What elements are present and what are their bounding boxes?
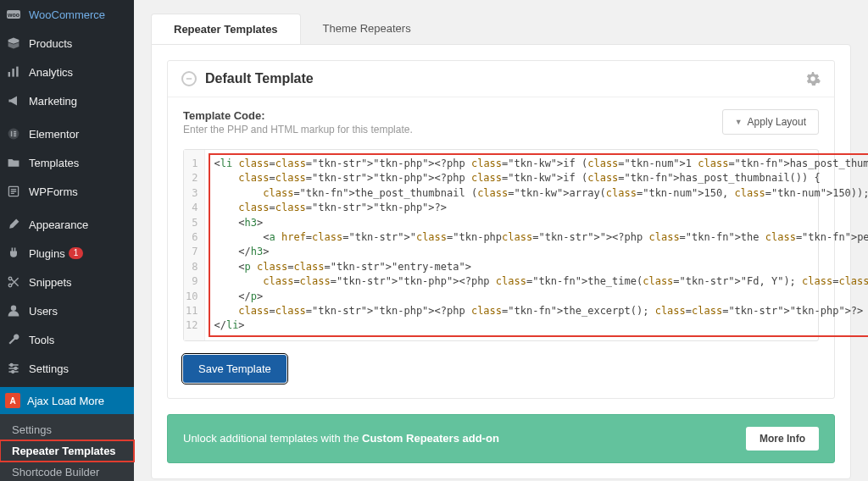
apply-layout-label: Apply Layout <box>748 116 806 128</box>
admin-sidebar: woo WooCommerce Products Analytics Marke… <box>0 0 134 481</box>
submenu-settings[interactable]: Settings <box>0 419 134 440</box>
wpforms-icon <box>5 183 22 200</box>
alm-submenu: Settings Repeater Templates Shortcode Bu… <box>0 414 134 481</box>
box-icon <box>5 35 22 52</box>
svg-rect-2 <box>8 72 10 77</box>
sidebar-item-snippets[interactable]: Snippets <box>0 268 134 296</box>
svg-rect-4 <box>16 67 18 77</box>
sidebar-item-products[interactable]: Products <box>0 29 134 58</box>
sidebar-item-label: Tools <box>29 334 54 346</box>
sidebar-item-settings[interactable]: Settings <box>0 354 134 383</box>
save-template-button[interactable]: Save Template <box>183 355 287 383</box>
highlight-box <box>209 153 868 337</box>
sidebar-item-label: Templates <box>29 157 79 169</box>
svg-point-15 <box>14 368 17 370</box>
svg-point-14 <box>10 364 13 367</box>
plugins-update-badge: 1 <box>69 247 84 259</box>
sidebar-item-tools[interactable]: Tools <box>0 325 134 354</box>
sidebar-item-templates[interactable]: Templates <box>0 148 134 177</box>
alm-icon: A <box>5 393 20 408</box>
elementor-icon <box>5 125 22 142</box>
svg-rect-8 <box>14 133 16 135</box>
sidebar-item-elementor[interactable]: Elementor <box>0 119 134 148</box>
svg-rect-6 <box>11 131 13 136</box>
svg-text:woo: woo <box>7 12 19 18</box>
sidebar-item-wpforms[interactable]: WPForms <box>0 177 134 206</box>
sidebar-item-label: WooCommerce <box>29 8 105 21</box>
sidebar-item-label: Ajax Load More <box>27 395 104 407</box>
sidebar-item-label: Analytics <box>29 66 73 79</box>
woo-icon: woo <box>5 6 22 23</box>
sidebar-item-label: Users <box>29 305 58 318</box>
sidebar-item-label: Plugins <box>29 247 65 260</box>
chart-icon <box>5 64 22 80</box>
svg-rect-9 <box>14 135 16 137</box>
template-code-help: Enter the PHP and HTML markup for this t… <box>183 124 413 135</box>
more-info-button[interactable]: More Info <box>746 427 819 451</box>
gear-icon[interactable] <box>805 71 821 86</box>
sidebar-item-label: Marketing <box>29 95 77 108</box>
tab-theme-repeaters[interactable]: Theme Repeaters <box>301 14 433 44</box>
svg-point-13 <box>11 306 16 311</box>
folder-icon <box>5 154 22 171</box>
upsell-text: Unlock additional templates with the Cus… <box>183 432 499 445</box>
tab-repeater-templates[interactable]: Repeater Templates <box>151 14 301 44</box>
submenu-repeater-templates[interactable]: Repeater Templates <box>0 440 134 462</box>
svg-point-16 <box>12 371 14 373</box>
submenu-shortcode-builder[interactable]: Shortcode Builder <box>0 462 134 481</box>
wrench-icon <box>5 331 22 348</box>
caret-down-icon: ▼ <box>735 118 743 126</box>
sidebar-item-label: Products <box>29 37 72 50</box>
template-card: Default Template Template Code: Enter th… <box>167 60 835 399</box>
sidebar-item-label: Appearance <box>29 218 88 231</box>
user-icon <box>5 302 22 319</box>
code-editor[interactable]: 123456789101112 <li class=class="tkn-str… <box>183 149 819 341</box>
apply-layout-button[interactable]: ▼ Apply Layout <box>722 109 819 135</box>
tab-panel: Default Template Template Code: Enter th… <box>151 44 851 479</box>
tabs: Repeater Templates Theme Repeaters <box>151 14 851 44</box>
card-body: Template Code: Enter the PHP and HTML ma… <box>168 97 834 398</box>
svg-rect-7 <box>14 131 16 133</box>
plug-icon <box>5 245 22 262</box>
sidebar-item-label: Elementor <box>29 128 79 141</box>
sidebar-item-label: WPForms <box>29 185 78 198</box>
sidebar-item-plugins[interactable]: Plugins 1 <box>0 239 134 268</box>
sidebar-item-label: Snippets <box>29 276 72 289</box>
sidebar-item-appearance[interactable]: Appearance <box>0 210 134 239</box>
sidebar-item-label: Settings <box>29 362 69 375</box>
svg-rect-3 <box>12 69 14 77</box>
megaphone-icon <box>5 92 22 109</box>
card-header: Default Template <box>168 61 834 97</box>
scissors-icon <box>5 274 22 290</box>
template-code-label: Template Code: <box>183 109 413 122</box>
code-gutter: 123456789101112 <box>184 150 205 340</box>
main-content: Repeater Templates Theme Repeaters Defau… <box>134 0 868 481</box>
code-area[interactable]: <li class=class="tkn-str">"tkn-php"><?ph… <box>205 150 868 340</box>
sidebar-item-marketing[interactable]: Marketing <box>0 86 134 115</box>
svg-rect-17 <box>186 78 192 80</box>
sidebar-item-woocommerce[interactable]: woo WooCommerce <box>0 0 134 29</box>
sidebar-item-analytics[interactable]: Analytics <box>0 58 134 86</box>
upsell-banner: Unlock additional templates with the Cus… <box>167 414 835 463</box>
sliders-icon <box>5 360 22 377</box>
brush-icon <box>5 216 22 233</box>
card-title: Default Template <box>205 71 805 86</box>
sidebar-item-users[interactable]: Users <box>0 296 134 325</box>
collapse-icon[interactable] <box>181 71 197 86</box>
sidebar-item-ajax-load-more[interactable]: A Ajax Load More <box>0 387 134 414</box>
